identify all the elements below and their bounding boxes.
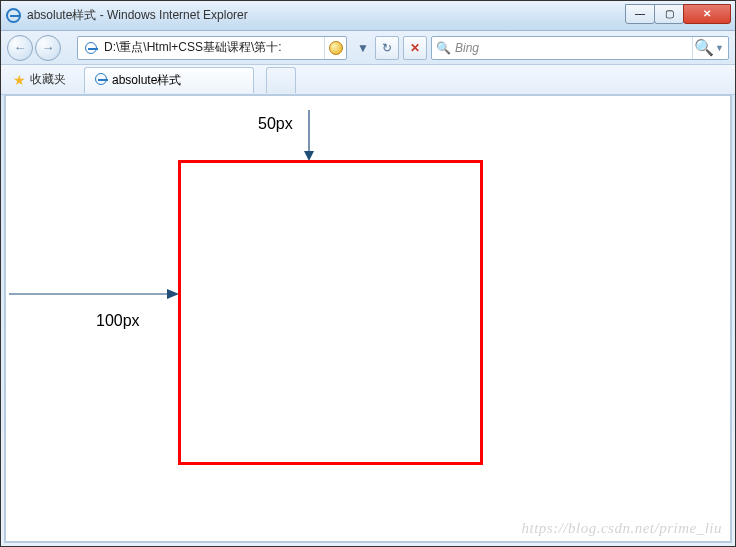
stop-x-icon: ✕: [410, 41, 420, 55]
top-arrow: [303, 110, 315, 162]
page-content: 50px 100px https://blog.csdn.net/prime_l…: [4, 95, 732, 543]
browser-window: absolute样式 - Windows Internet Explorer —…: [1, 1, 735, 546]
ie-icon: [5, 8, 21, 24]
address-text: D:\重点\Html+CSS基础课程\第十:: [104, 39, 324, 56]
stop-button[interactable]: ✕: [403, 36, 427, 60]
window-controls: — ▢ ✕: [626, 4, 731, 24]
left-offset-label: 100px: [96, 312, 140, 330]
favorites-bar: ★ 收藏夹 absolute样式: [1, 65, 735, 95]
watermark: https://blog.csdn.net/prime_liu: [522, 520, 723, 537]
favorites-label: 收藏夹: [30, 71, 66, 88]
window-title: absolute样式 - Windows Internet Explorer: [27, 7, 626, 24]
close-button[interactable]: ✕: [683, 4, 731, 24]
tab-label: absolute样式: [112, 72, 181, 89]
maximize-button[interactable]: ▢: [654, 4, 684, 24]
search-go-icon[interactable]: 🔍: [692, 37, 714, 59]
search-box[interactable]: 🔍 Bing 🔍 ▼: [431, 36, 729, 60]
top-offset-label: 50px: [258, 115, 293, 133]
search-placeholder: Bing: [455, 41, 692, 55]
titlebar: absolute样式 - Windows Internet Explorer —…: [1, 1, 735, 31]
tab-ie-icon: [95, 73, 107, 88]
favorites-button[interactable]: ★ 收藏夹: [7, 68, 72, 91]
address-dropdown[interactable]: ▼: [355, 36, 371, 60]
page-ie-icon: [81, 38, 101, 58]
forward-button[interactable]: →: [35, 35, 61, 61]
compat-icon[interactable]: [324, 37, 346, 59]
new-tab-button[interactable]: [266, 67, 296, 93]
navbar: ← → D:\重点\Html+CSS基础课程\第十: ▼ ↻ ✕ 🔍 Bing …: [1, 31, 735, 65]
search-icon: 🔍: [436, 41, 451, 55]
search-dropdown-icon[interactable]: ▼: [715, 43, 724, 53]
star-icon: ★: [13, 72, 26, 88]
red-box: [178, 160, 483, 465]
left-arrow: [9, 288, 179, 300]
back-button[interactable]: ←: [7, 35, 33, 61]
address-bar[interactable]: D:\重点\Html+CSS基础课程\第十:: [77, 36, 347, 60]
tab-active[interactable]: absolute样式: [84, 67, 254, 93]
minimize-button[interactable]: —: [625, 4, 655, 24]
refresh-button[interactable]: ↻: [375, 36, 399, 60]
